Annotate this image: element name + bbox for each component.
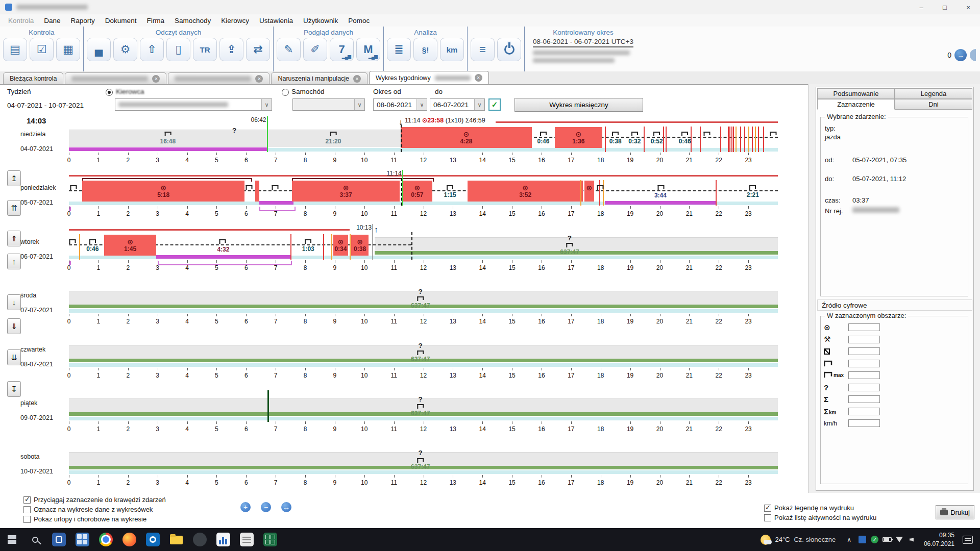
menu-u-ytkownik[interactable]: Użytkownik (298, 15, 343, 26)
apply-period-button[interactable]: ✓ (488, 98, 501, 111)
tray-app-icon[interactable] (856, 528, 869, 551)
area-value-input[interactable] (848, 408, 880, 415)
rest-mark[interactable] (272, 184, 278, 192)
unknown-mark[interactable]: ?637:47 (411, 288, 430, 309)
checkbox[interactable] (23, 496, 31, 504)
menu-ustawienia[interactable]: Ustawienia (254, 15, 298, 26)
unknown-mark[interactable]: ?637:47 (560, 235, 579, 255)
drive-block[interactable]: ⊙3:52 (468, 181, 583, 202)
tab-zaznaczenie[interactable]: Zaznaczenie (817, 99, 895, 110)
drive-block[interactable]: ⊙4:28 (401, 127, 532, 148)
toolbar-card-transfer-button[interactable]: ⇄ (246, 38, 270, 61)
taskbar-app-3[interactable] (188, 528, 211, 551)
toolbar-weekly-chart-button[interactable]: 7▂▄▆ (330, 38, 354, 61)
toolbar-monthly-chart-button[interactable]: M▂▄▆ (356, 38, 380, 61)
toolbar-power-button[interactable] (497, 38, 521, 61)
toolbar-km-analysis-button[interactable]: km (440, 38, 464, 61)
drive-block[interactable]: ⊙ (584, 181, 594, 202)
toolbar-report-button[interactable]: ≡ (471, 38, 495, 61)
drive-block[interactable]: ⊙0:38 (351, 235, 369, 256)
tab-bie-ca-kontrola[interactable]: Bieżąca kontrola (3, 72, 63, 84)
rest-mark[interactable]: 0:32 (628, 131, 641, 145)
menu-pomoc[interactable]: Pomoc (343, 15, 375, 26)
area-value-input[interactable] (848, 323, 880, 331)
toolbar-data-analysis-button[interactable]: ≣ (387, 38, 411, 61)
rest-mark[interactable] (658, 184, 665, 192)
checkbox[interactable] (764, 514, 771, 521)
tab-redacted-2[interactable]: × (168, 72, 270, 84)
wifi-icon[interactable] (893, 528, 905, 551)
area-value-input[interactable] (848, 384, 880, 391)
drive-block[interactable]: ⊙5:18 (82, 181, 244, 202)
minimize-button[interactable]: – (910, 0, 933, 14)
tray-shield-icon[interactable]: ✓ (869, 528, 881, 551)
checkbox[interactable] (23, 516, 31, 523)
work-stripe[interactable] (259, 201, 293, 205)
menu-dane[interactable]: Dane (39, 15, 65, 26)
work-stripe[interactable] (605, 201, 716, 205)
toolbar-scanner-settings-button[interactable]: ⚙ (113, 38, 137, 61)
sync-icon[interactable]: → (954, 49, 967, 61)
taskbar-weather[interactable]: 24°C Cz. słoneczne (754, 528, 842, 551)
rest-mark[interactable] (597, 184, 603, 192)
battery-icon[interactable] (881, 528, 893, 551)
toolbar-import-file-button[interactable]: ⇧ (140, 38, 164, 61)
checkbox[interactable] (23, 506, 31, 513)
rest-mark[interactable] (246, 184, 253, 192)
menu-dokument[interactable]: Dokument (100, 15, 142, 26)
fit-width-button[interactable]: ↔ (281, 502, 291, 512)
drive-block[interactable] (255, 181, 260, 202)
menu-firma[interactable]: Firma (141, 15, 169, 26)
menu-kontrola[interactable]: Kontrola (3, 15, 39, 26)
taskbar-app-2[interactable] (70, 528, 94, 551)
rest-mark[interactable] (70, 184, 77, 192)
toolbar-control-verify-button[interactable]: ☑ (30, 38, 54, 61)
notification-center-icon[interactable] (963, 536, 973, 544)
vehicle-radio[interactable] (282, 89, 289, 96)
toolbar-scanner-button[interactable]: ▄ (87, 38, 111, 61)
tab-redacted-1[interactable]: × (65, 72, 166, 84)
rest-mark[interactable]: 1:15 (444, 184, 456, 199)
taskbar-app-6[interactable] (258, 528, 282, 551)
taskbar-chrome[interactable] (94, 528, 117, 551)
rest-mark[interactable]: 0:46 (86, 238, 99, 253)
rest-mark[interactable] (219, 238, 226, 246)
rest-mark[interactable]: 1:03 (302, 238, 314, 253)
area-value-input[interactable] (848, 360, 880, 367)
toolbar-edit-tachograph-button[interactable]: ✐ (303, 38, 327, 61)
unknown-mark[interactable]: ? (232, 127, 236, 134)
rest-mark[interactable]: 0:52 (651, 131, 663, 145)
rest-mark[interactable]: 0:46 (679, 131, 691, 145)
taskbar-firefox[interactable] (117, 528, 141, 551)
toolbar-violations-analysis-button[interactable]: §! (413, 38, 437, 61)
area-value-input[interactable] (848, 347, 880, 355)
rest-mark[interactable]: 16:48 (160, 131, 176, 145)
unknown-mark[interactable]: ?637:47 (411, 396, 430, 416)
driver-radio[interactable] (106, 89, 113, 96)
taskbar-outlook[interactable] (141, 528, 164, 551)
toolbar-usb-import-button[interactable]: ⇪ (219, 38, 243, 61)
rest-mark[interactable] (704, 131, 710, 138)
taskbar-explorer[interactable] (164, 528, 188, 551)
menu-raporty[interactable]: Raporty (66, 15, 100, 26)
drive-block[interactable]: ⊙0:34 (333, 235, 348, 256)
unknown-mark[interactable]: ?637:47 (411, 449, 430, 470)
area-value-input[interactable] (848, 395, 880, 403)
unknown-mark[interactable]: ?637:47 (411, 342, 430, 363)
rest-mark[interactable] (69, 238, 76, 246)
area-value-input[interactable] (848, 336, 880, 343)
area-value-input[interactable] (848, 419, 880, 427)
search-button[interactable] (23, 528, 47, 551)
close-icon[interactable]: × (255, 75, 263, 83)
drive-block[interactable]: ⊙1:36 (555, 127, 602, 148)
volume-icon[interactable] (905, 528, 918, 551)
start-button[interactable] (0, 528, 23, 551)
taskbar-clock[interactable]: 09:35 06.07.2021 (918, 531, 961, 547)
driver-combo[interactable]: ∨ (115, 98, 272, 111)
zoom-in-button[interactable]: + (240, 502, 251, 512)
toolbar-control-list-button[interactable]: ▤ (3, 38, 27, 61)
drive-block[interactable]: ⊙1:45 (104, 235, 156, 256)
zoom-out-button[interactable]: − (261, 502, 271, 512)
close-icon[interactable]: × (152, 75, 160, 83)
checkbox[interactable] (764, 505, 771, 512)
